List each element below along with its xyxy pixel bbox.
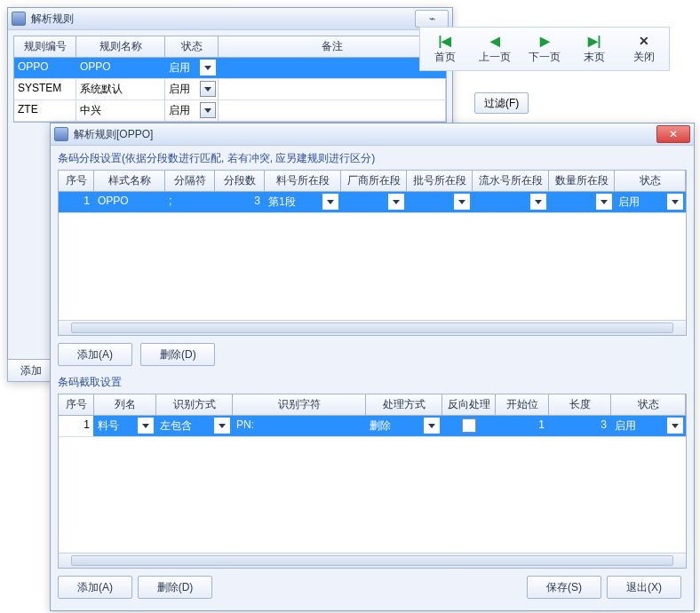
dropdown-icon[interactable] <box>530 194 546 210</box>
label: 添加 <box>20 363 42 378</box>
label: 保存(S) <box>546 580 582 595</box>
status-dropdown[interactable] <box>200 60 216 76</box>
col-serial[interactable]: 流水号所在段 <box>473 171 549 191</box>
cell-status[interactable]: 启用 <box>165 100 219 121</box>
reverse-checkbox[interactable] <box>462 418 476 433</box>
col-rule-no[interactable]: 规则编号 <box>14 36 76 57</box>
titlebar[interactable]: 解析规则 ⌁ <box>8 8 452 30</box>
cell-part[interactable]: 第1段 <box>265 192 341 212</box>
delete-button[interactable]: 删除(D) <box>140 343 215 366</box>
table-row[interactable]: SYSTEM 系统默认 启用 <box>14 79 446 100</box>
col-proc[interactable]: 处理方式 <box>366 394 442 415</box>
cell-rule-name: OPPO <box>76 58 165 78</box>
delete-button[interactable]: 删除(D) <box>138 576 212 599</box>
col-seq[interactable]: 序号 <box>59 171 94 191</box>
cell-delim[interactable]: ; <box>165 192 215 212</box>
nav-next[interactable]: ▶ 下一页 <box>520 28 569 70</box>
label: 添加(A) <box>77 347 113 362</box>
dropdown-icon[interactable] <box>667 418 683 434</box>
cut-section-heading: 条码截取设置 <box>58 375 687 390</box>
cell-count[interactable]: 3 <box>215 192 265 212</box>
cell-start[interactable]: 1 <box>496 416 549 436</box>
filter-button[interactable]: 过滤(F) <box>474 92 529 114</box>
cell-status[interactable]: 启用 <box>165 79 219 100</box>
cell-status[interactable]: 启用 <box>615 192 686 212</box>
add-button-partial[interactable]: 添加 <box>7 359 55 382</box>
value: 第1段 <box>268 195 296 208</box>
nav-first[interactable]: |◀ 首页 <box>420 28 470 70</box>
dropdown-icon[interactable] <box>322 194 338 210</box>
close-button[interactable]: ✕ <box>656 125 690 143</box>
titlebar[interactable]: 解析规则[OPPO] ✕ <box>51 123 694 146</box>
label: 首页 <box>434 50 456 65</box>
nav-last[interactable]: ▶| 末页 <box>569 28 619 70</box>
label: 过滤(F) <box>484 96 519 111</box>
col-part[interactable]: 料号所在段 <box>265 171 341 191</box>
horizontal-scrollbar[interactable] <box>59 320 686 335</box>
dropdown-icon[interactable] <box>454 194 470 210</box>
first-page-icon: |◀ <box>439 34 452 48</box>
dropdown-icon[interactable] <box>214 418 230 434</box>
col-rule-name[interactable]: 规则名称 <box>76 36 165 57</box>
table-row[interactable]: ZTE 中兴 启用 <box>14 100 446 122</box>
status-dropdown[interactable] <box>200 81 216 97</box>
cell-rule-no: OPPO <box>14 58 76 78</box>
cell-reverse[interactable] <box>442 416 496 436</box>
dropdown-icon[interactable] <box>424 418 440 434</box>
parse-rule-detail-window: 解析规则[OPPO] ✕ 条码分段设置(依据分段数进行匹配, 若有冲突, 应另建… <box>50 123 695 611</box>
cell-rule-name: 系统默认 <box>76 79 165 100</box>
col-lot[interactable]: 批号所在段 <box>407 171 473 191</box>
cell-proc[interactable]: 删除 <box>366 416 442 436</box>
label: 上一页 <box>479 50 511 65</box>
dropdown-icon[interactable] <box>596 194 612 210</box>
add-button[interactable]: 添加(A) <box>58 343 132 366</box>
col-col[interactable]: 列名 <box>94 394 156 415</box>
dropdown-icon[interactable] <box>667 194 683 210</box>
nav-toolbar: |◀ 首页 ◀ 上一页 ▶ 下一页 ▶| 末页 ✕ 关闭 <box>419 27 670 71</box>
col-qty[interactable]: 数量所在段 <box>549 171 615 191</box>
cell-serial[interactable] <box>473 192 549 212</box>
col-len[interactable]: 长度 <box>549 394 611 415</box>
table-row[interactable]: 1 OPPO ; 3 第1段 启用 <box>59 192 686 213</box>
col-reverse[interactable]: 反向处理 <box>442 394 496 415</box>
status-value: 启用 <box>169 104 190 116</box>
rules-table: 规则编号 规则名称 状态 备注 OPPO OPPO 启用 SYSTEM 系统默认… <box>13 36 447 123</box>
cell-status[interactable]: 启用 <box>611 416 686 436</box>
col-vendor[interactable]: 厂商所在段 <box>341 171 407 191</box>
col-status[interactable]: 状态 <box>165 36 219 57</box>
cell-seq[interactable]: 1 <box>59 416 94 436</box>
col-seq[interactable]: 序号 <box>59 394 94 415</box>
close-icon[interactable]: ⌁ <box>415 10 449 28</box>
col-delim[interactable]: 分隔符 <box>165 171 215 191</box>
col-status[interactable]: 状态 <box>615 171 686 191</box>
horizontal-scrollbar[interactable] <box>59 553 686 568</box>
col-remark[interactable]: 备注 <box>219 36 446 57</box>
exit-button[interactable]: 退出(X) <box>607 576 681 599</box>
cell-method[interactable]: 左包含 <box>156 416 233 436</box>
nav-prev[interactable]: ◀ 上一页 <box>470 28 520 70</box>
cell-vendor[interactable] <box>341 192 407 212</box>
cut-table: 序号 列名 识别方式 识别字符 处理方式 反向处理 开始位 长度 状态 1 料号… <box>58 394 687 569</box>
cell-len[interactable]: 3 <box>549 416 611 436</box>
add-button[interactable]: 添加(A) <box>58 576 132 599</box>
cell-qty[interactable] <box>549 192 615 212</box>
cell-col[interactable]: 料号 <box>94 416 156 436</box>
label: 删除(D) <box>157 580 194 595</box>
cell-style[interactable]: OPPO <box>94 192 165 212</box>
col-char[interactable]: 识别字符 <box>233 394 366 415</box>
col-start[interactable]: 开始位 <box>496 394 549 415</box>
col-style[interactable]: 样式名称 <box>94 171 165 191</box>
dropdown-icon[interactable] <box>138 418 154 434</box>
col-status[interactable]: 状态 <box>611 394 686 415</box>
nav-close[interactable]: ✕ 关闭 <box>619 28 669 70</box>
dropdown-icon[interactable] <box>388 194 404 210</box>
col-method[interactable]: 识别方式 <box>156 394 233 415</box>
save-button[interactable]: 保存(S) <box>527 576 601 599</box>
status-dropdown[interactable] <box>200 102 216 118</box>
cell-status[interactable]: 启用 <box>165 58 219 78</box>
cell-char[interactable]: PN: <box>233 416 366 436</box>
table-row[interactable]: 1 料号 左包含 PN: 删除 1 3 启用 <box>59 416 686 437</box>
table-row[interactable]: OPPO OPPO 启用 <box>14 58 446 79</box>
col-count[interactable]: 分段数 <box>215 171 265 191</box>
cell-lot[interactable] <box>407 192 473 212</box>
